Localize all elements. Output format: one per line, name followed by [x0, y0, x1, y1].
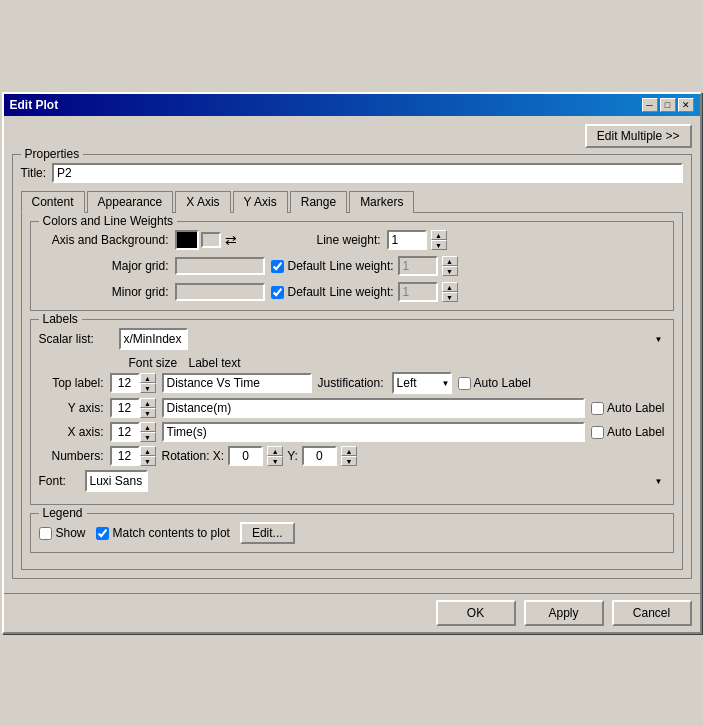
- rotation-y-input[interactable]: [302, 446, 337, 466]
- y-axis-row: Y axis: ▲ ▼ Auto Label: [39, 398, 665, 418]
- scalar-list-select[interactable]: x/MinIndex: [119, 328, 188, 350]
- swap-icon[interactable]: ⇄: [225, 232, 237, 248]
- tab-content[interactable]: Content: [21, 191, 85, 213]
- axis-bg-label: Axis and Background:: [39, 233, 169, 247]
- title-bar-buttons: ─ □ ✕: [642, 98, 694, 112]
- y-fontsize-spin-btns: ▲ ▼: [140, 398, 156, 418]
- colors-group: Colors and Line Weights Axis and Backgro…: [30, 221, 674, 311]
- x-text-input[interactable]: [162, 422, 586, 442]
- justification-select[interactable]: Left: [392, 372, 452, 394]
- tab-xaxis[interactable]: X Axis: [175, 191, 230, 213]
- major-grid-lw-label: Line weight:: [330, 259, 394, 273]
- numbers-fontsize-spinner: ▲ ▼: [110, 446, 156, 466]
- tab-appearance[interactable]: Appearance: [87, 191, 174, 213]
- tab-markers[interactable]: Markers: [349, 191, 414, 213]
- line-weight-input[interactable]: [387, 230, 427, 250]
- major-grid-lw-down[interactable]: ▼: [442, 266, 458, 276]
- top-fontsize-up[interactable]: ▲: [140, 373, 156, 383]
- line-weight-spinner: ▲ ▼: [387, 230, 447, 250]
- top-fontsize-spinner: ▲ ▼: [110, 373, 156, 393]
- line-weight-down[interactable]: ▼: [431, 240, 447, 250]
- major-grid-lw-spinner: ▲ ▼: [398, 256, 458, 276]
- show-legend-label: Show: [39, 526, 86, 540]
- title-label: Title:: [21, 166, 47, 180]
- tabs: Content Appearance X Axis Y Axis Range M…: [21, 191, 683, 213]
- minor-grid-row: Minor grid: Default Line weight: ▲ ▼: [39, 282, 665, 302]
- top-fontsize-input[interactable]: [110, 373, 140, 393]
- major-grid-color[interactable]: [175, 257, 265, 275]
- legend-edit-button[interactable]: Edit...: [240, 522, 295, 544]
- y-fontsize-input[interactable]: [110, 398, 140, 418]
- x-fontsize-spinner: ▲ ▼: [110, 422, 156, 442]
- title-input[interactable]: [52, 163, 682, 183]
- top-fontsize-down[interactable]: ▼: [140, 383, 156, 393]
- rot-y-up[interactable]: ▲: [341, 446, 357, 456]
- y-fontsize-up[interactable]: ▲: [140, 398, 156, 408]
- axis-color-swatch[interactable]: [175, 230, 199, 250]
- title-bar: Edit Plot ─ □ ✕: [4, 94, 700, 116]
- rot-y-down[interactable]: ▼: [341, 456, 357, 466]
- x-auto-label-checkbox[interactable]: [591, 426, 604, 439]
- x-fontsize-input[interactable]: [110, 422, 140, 442]
- x-axis-row: X axis: ▲ ▼ Auto Label: [39, 422, 665, 442]
- y-text-input[interactable]: [162, 398, 586, 418]
- line-weight-up[interactable]: ▲: [431, 230, 447, 240]
- major-grid-lw-up[interactable]: ▲: [442, 256, 458, 266]
- x-fontsize-down[interactable]: ▼: [140, 432, 156, 442]
- ok-button[interactable]: OK: [436, 600, 516, 626]
- scalar-list-wrapper: x/MinIndex: [119, 328, 665, 350]
- major-grid-lw-input[interactable]: [398, 256, 438, 276]
- top-auto-label-checkbox[interactable]: [458, 377, 471, 390]
- numbers-fontsize-input[interactable]: [110, 446, 140, 466]
- minor-grid-default-checkbox[interactable]: [271, 286, 284, 299]
- numbers-fontsize-up[interactable]: ▲: [140, 446, 156, 456]
- line-weight-label: Line weight:: [317, 233, 381, 247]
- top-text-input[interactable]: [162, 373, 312, 393]
- minor-grid-lw-down[interactable]: ▼: [442, 292, 458, 302]
- top-label-name: Top label:: [39, 376, 104, 390]
- match-contents-label: Match contents to plot: [96, 526, 230, 540]
- minor-grid-color[interactable]: [175, 283, 265, 301]
- legend-group-label: Legend: [39, 506, 87, 520]
- major-grid-default-label: Default: [271, 259, 326, 273]
- col-headers: Font size Label text: [129, 356, 665, 370]
- major-grid-lw-spin-btns: ▲ ▼: [442, 256, 458, 276]
- font-row: Font: Luxi Sans: [39, 470, 665, 492]
- color-swatch-container: ⇄: [175, 230, 237, 250]
- top-auto-label: Auto Label: [458, 376, 531, 390]
- major-grid-default-checkbox[interactable]: [271, 260, 284, 273]
- minor-grid-default-label: Default: [271, 285, 326, 299]
- rotation-y-label: Y:: [287, 449, 298, 463]
- match-contents-checkbox[interactable]: [96, 527, 109, 540]
- show-legend-checkbox[interactable]: [39, 527, 52, 540]
- bg-color-swatch[interactable]: [201, 232, 221, 248]
- cancel-button[interactable]: Cancel: [612, 600, 692, 626]
- numbers-fontsize-down[interactable]: ▼: [140, 456, 156, 466]
- rot-x-up[interactable]: ▲: [267, 446, 283, 456]
- rotation-x-input[interactable]: [228, 446, 263, 466]
- top-label-row: Top label: ▲ ▼ Justification:: [39, 372, 665, 394]
- minor-grid-lw-spin-btns: ▲ ▼: [442, 282, 458, 302]
- tab-content-panel: Colors and Line Weights Axis and Backgro…: [21, 212, 683, 570]
- edit-multiple-button[interactable]: Edit Multiple >>: [585, 124, 692, 148]
- y-auto-label-checkbox[interactable]: [591, 402, 604, 415]
- minor-grid-lw-up[interactable]: ▲: [442, 282, 458, 292]
- x-fontsize-up[interactable]: ▲: [140, 422, 156, 432]
- rot-y-spin-btns: ▲ ▼: [341, 446, 357, 466]
- y-fontsize-down[interactable]: ▼: [140, 408, 156, 418]
- rot-x-down[interactable]: ▼: [267, 456, 283, 466]
- tab-range[interactable]: Range: [290, 191, 347, 213]
- rot-x-spin-btns: ▲ ▼: [267, 446, 283, 466]
- font-select[interactable]: Luxi Sans: [85, 470, 148, 492]
- maximize-button[interactable]: □: [660, 98, 676, 112]
- close-button[interactable]: ✕: [678, 98, 694, 112]
- numbers-name: Numbers:: [39, 449, 104, 463]
- tab-yaxis[interactable]: Y Axis: [233, 191, 288, 213]
- y-fontsize-spinner: ▲ ▼: [110, 398, 156, 418]
- scalar-list-label: Scalar list:: [39, 332, 119, 346]
- colors-group-label: Colors and Line Weights: [39, 214, 178, 228]
- minor-grid-lw-input[interactable]: [398, 282, 438, 302]
- edit-plot-window: Edit Plot ─ □ ✕ Edit Multiple >> Propert…: [2, 92, 702, 634]
- apply-button[interactable]: Apply: [524, 600, 604, 626]
- minimize-button[interactable]: ─: [642, 98, 658, 112]
